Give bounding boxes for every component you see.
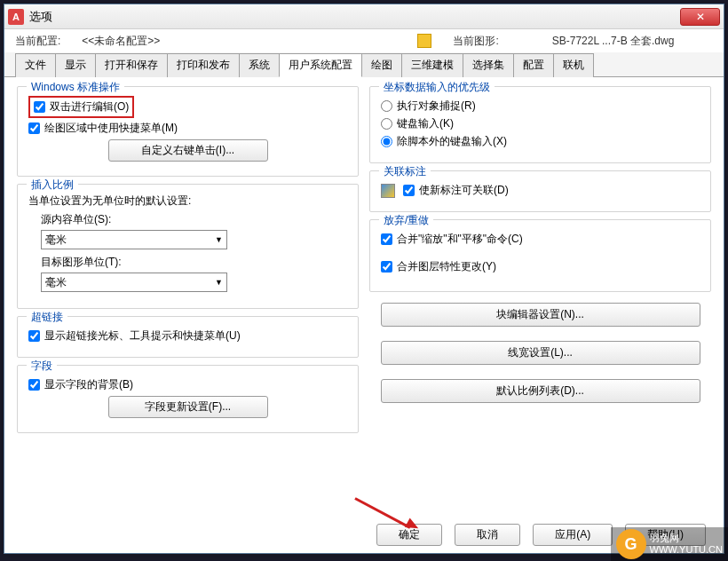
group-title: 关联标注 bbox=[379, 164, 431, 179]
group-title: 超链接 bbox=[27, 310, 67, 325]
insert-scale-note: 当单位设置为无单位时的默认设置: bbox=[28, 194, 347, 209]
window-title: 选项 bbox=[29, 9, 680, 25]
source-units-label: 源内容单位(S): bbox=[41, 212, 347, 227]
coord-priority-group: 坐标数据输入的优先级 执行对象捕捉(R) 键盘输入(K) 除脚本外的键盘输入(X… bbox=[369, 86, 711, 163]
info-bar: 当前配置: <<未命名配置>> 当前图形: SB-7722L ...7-B 全套… bbox=[4, 29, 724, 52]
hyperlink-checkbox[interactable] bbox=[28, 330, 40, 342]
drawing-label: 当前图形: bbox=[453, 34, 498, 49]
cancel-button[interactable]: 取消 bbox=[455, 524, 520, 546]
watermark: G 羽兔网 WWW.YUTU.CN bbox=[611, 527, 728, 561]
watermark-logo-icon: G bbox=[616, 529, 646, 559]
shortcut-menu-label: 绘图区域中使用快捷菜单(M) bbox=[44, 121, 178, 136]
group-title: Windows 标准操作 bbox=[27, 80, 124, 95]
tab-online[interactable]: 联机 bbox=[553, 53, 594, 77]
group-title: 字段 bbox=[27, 359, 57, 374]
tab-system[interactable]: 系统 bbox=[239, 53, 280, 77]
field-bg-checkbox[interactable] bbox=[28, 379, 40, 391]
tab-display[interactable]: 显示 bbox=[55, 53, 96, 77]
combine-zoom-pan-checkbox[interactable] bbox=[381, 233, 392, 245]
combine-zoom-pan-label: 合并"缩放"和"平移"命令(C) bbox=[397, 232, 523, 247]
target-units-label: 目标图形单位(T): bbox=[41, 255, 347, 270]
priority-except-script-label: 除脚本外的键盘输入(X) bbox=[397, 134, 507, 149]
group-title: 坐标数据输入的优先级 bbox=[379, 80, 495, 95]
tab-strip: 文件 显示 打开和保存 打印和发布 系统 用户系统配置 绘图 三维建模 选择集 … bbox=[4, 52, 724, 77]
tab-drafting[interactable]: 绘图 bbox=[361, 53, 402, 77]
undo-redo-group: 放弃/重做 合并"缩放"和"平移"命令(C) 合并图层特性更改(Y) bbox=[369, 219, 711, 292]
close-button[interactable]: ✕ bbox=[680, 8, 720, 26]
source-units-value: 毫米 bbox=[45, 233, 67, 248]
insert-scale-group: 插入比例 当单位设置为无单位时的默认设置: 源内容单位(S): 毫米 ▼ 目标图… bbox=[17, 184, 359, 309]
hyperlink-label: 显示超链接光标、工具提示和快捷菜单(U) bbox=[44, 328, 241, 344]
target-units-value: 毫米 bbox=[45, 275, 67, 290]
assoc-dim-label: 使新标注可关联(D) bbox=[419, 183, 509, 198]
tab-user-prefs[interactable]: 用户系统配置 bbox=[279, 53, 362, 77]
source-units-select[interactable]: 毫米 ▼ bbox=[41, 230, 227, 249]
tab-profiles[interactable]: 配置 bbox=[513, 53, 554, 77]
app-icon: A bbox=[8, 9, 24, 25]
tab-files[interactable]: 文件 bbox=[15, 53, 56, 77]
assoc-dim-checkbox[interactable] bbox=[403, 185, 415, 196]
block-editor-settings-button[interactable]: 块编辑器设置(N)... bbox=[381, 303, 700, 327]
field-group: 字段 显示字段的背景(B) 字段更新设置(F)... bbox=[17, 365, 359, 433]
highlight-box: 双击进行编辑(O) bbox=[28, 96, 134, 118]
priority-osnap-label: 执行对象捕捉(R) bbox=[397, 99, 476, 114]
profile-label: 当前配置: bbox=[15, 34, 60, 49]
field-update-button[interactable]: 字段更新设置(F)... bbox=[108, 396, 268, 418]
tab-plot[interactable]: 打印和发布 bbox=[167, 53, 240, 77]
priority-keyboard-label: 键盘输入(K) bbox=[397, 116, 454, 131]
tab-3d[interactable]: 三维建模 bbox=[401, 53, 463, 77]
windows-standard-group: Windows 标准操作 双击进行编辑(O) 绘图区域中使用快捷菜单(M) 自定… bbox=[17, 86, 359, 177]
group-title: 插入比例 bbox=[27, 178, 78, 193]
lineweight-settings-button[interactable]: 线宽设置(L)... bbox=[381, 341, 700, 365]
watermark-url: WWW.YUTU.CN bbox=[650, 544, 723, 556]
hyperlink-group: 超链接 显示超链接光标、工具提示和快捷菜单(U) bbox=[17, 316, 359, 358]
priority-osnap-radio[interactable] bbox=[381, 100, 392, 112]
drawing-value: SB-7722L ...7-B 全套.dwg bbox=[552, 34, 675, 49]
default-scale-list-button[interactable]: 默认比例列表(D)... bbox=[381, 379, 700, 403]
apply-button[interactable]: 应用(A) bbox=[533, 524, 613, 546]
combine-layer-checkbox[interactable] bbox=[381, 261, 392, 273]
dblclick-edit-label: 双击进行编辑(O) bbox=[50, 99, 129, 115]
titlebar: A 选项 ✕ bbox=[4, 4, 724, 29]
chevron-down-icon: ▼ bbox=[215, 278, 223, 287]
target-units-select[interactable]: 毫米 ▼ bbox=[41, 273, 227, 292]
group-title: 放弃/重做 bbox=[379, 213, 433, 228]
priority-keyboard-radio[interactable] bbox=[381, 118, 392, 130]
priority-except-script-radio[interactable] bbox=[381, 136, 392, 147]
watermark-brand: 羽兔网 bbox=[650, 533, 723, 544]
combine-layer-label: 合并图层特性更改(Y) bbox=[397, 259, 496, 274]
options-dialog: A 选项 ✕ 当前配置: <<未命名配置>> 当前图形: SB-7722L ..… bbox=[4, 4, 724, 554]
tab-selection[interactable]: 选择集 bbox=[463, 53, 514, 77]
right-click-customize-button[interactable]: 自定义右键单击(I)... bbox=[108, 139, 268, 162]
assoc-dim-icon bbox=[381, 184, 395, 198]
shortcut-menu-checkbox[interactable] bbox=[28, 122, 40, 134]
assoc-dim-group: 关联标注 使新标注可关联(D) bbox=[369, 170, 711, 212]
tab-content: Windows 标准操作 双击进行编辑(O) 绘图区域中使用快捷菜单(M) 自定… bbox=[4, 77, 724, 525]
field-bg-label: 显示字段的背景(B) bbox=[44, 377, 133, 392]
profile-value: <<未命名配置>> bbox=[82, 34, 160, 49]
chevron-down-icon: ▼ bbox=[215, 235, 223, 244]
dwg-icon bbox=[417, 34, 431, 48]
dblclick-edit-checkbox[interactable] bbox=[34, 101, 45, 113]
tab-open-save[interactable]: 打开和保存 bbox=[95, 53, 168, 77]
